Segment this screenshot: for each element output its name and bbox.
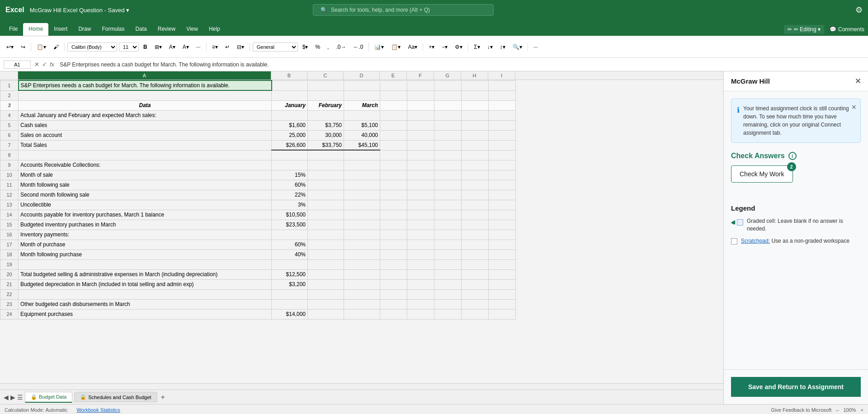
delete-cells-button[interactable]: −▾ <box>439 43 450 51</box>
panel-close-button[interactable]: ✕ <box>855 77 861 85</box>
scratchpad-link[interactable]: Scratchpad: <box>741 238 770 244</box>
cell-c13[interactable] <box>308 200 344 210</box>
cell-e17[interactable] <box>380 240 407 249</box>
cell-f13[interactable] <box>407 200 434 210</box>
cell-g11[interactable] <box>434 180 462 190</box>
cell-b11[interactable]: 60% <box>272 180 308 190</box>
cell-c10[interactable] <box>308 170 344 180</box>
cell-h11[interactable] <box>462 180 489 190</box>
cell-g5[interactable] <box>434 120 462 130</box>
cell-b21[interactable]: $3,200 <box>272 279 308 289</box>
col-header-i[interactable]: I <box>488 71 515 80</box>
cell-e12[interactable] <box>380 190 407 200</box>
cell-a4[interactable]: Actual January and February and expected… <box>19 110 272 120</box>
cell-h18[interactable] <box>462 249 489 259</box>
cell-h13[interactable] <box>462 200 489 210</box>
cell-d6[interactable]: 40,000 <box>344 130 380 140</box>
cell-f17[interactable] <box>407 240 434 249</box>
col-header-g[interactable]: G <box>434 71 461 80</box>
cell-b4[interactable] <box>272 110 308 120</box>
insert-cells-button[interactable]: +▾ <box>426 43 437 51</box>
cell-c8[interactable] <box>308 150 344 160</box>
cell-e9[interactable] <box>380 160 407 170</box>
col-header-c[interactable]: C <box>307 71 344 80</box>
cell-f9[interactable] <box>407 160 434 170</box>
cell-c1[interactable] <box>308 80 344 90</box>
cell-c12[interactable] <box>308 190 344 200</box>
cell-a16[interactable]: Inventory payments: <box>19 230 272 240</box>
bold-button[interactable]: B <box>141 43 150 51</box>
cell-i4[interactable] <box>489 110 516 120</box>
info-banner-close[interactable]: ✕ <box>851 103 857 112</box>
cell-a18[interactable]: Month following purchase <box>19 249 272 259</box>
cell-a9[interactable]: Accounts Receivable Collections: <box>19 160 272 170</box>
cell-e6[interactable] <box>380 130 407 140</box>
cell-b16[interactable] <box>272 230 308 240</box>
cell-e1[interactable] <box>380 80 407 90</box>
cell-d21[interactable] <box>344 279 380 289</box>
cell-f14[interactable] <box>407 210 434 220</box>
cell-g9[interactable] <box>434 160 462 170</box>
cell-f1[interactable] <box>407 80 434 90</box>
decimal-up-button[interactable]: .0→ <box>333 43 349 51</box>
fill-button[interactable]: ↓▾ <box>485 43 495 51</box>
cell-h22[interactable] <box>462 289 489 299</box>
add-sheet-button[interactable]: + <box>161 393 165 401</box>
cell-d24[interactable] <box>344 309 380 319</box>
cell-c17[interactable] <box>308 240 344 249</box>
cell-reference-input[interactable] <box>4 61 31 69</box>
font-color-button[interactable]: A▾ <box>180 43 192 51</box>
cell-h10[interactable] <box>462 170 489 180</box>
cell-f22[interactable] <box>407 289 434 299</box>
cell-h23[interactable] <box>462 299 489 309</box>
cell-d16[interactable] <box>344 230 380 240</box>
cell-d9[interactable] <box>344 160 380 170</box>
cell-g12[interactable] <box>434 190 462 200</box>
cell-g21[interactable] <box>434 279 462 289</box>
border-button[interactable]: ⊞▾ <box>152 43 165 51</box>
col-header-f[interactable]: F <box>407 71 434 80</box>
cell-a20[interactable]: Total budgeted selling & administrative … <box>19 269 272 279</box>
cell-f12[interactable] <box>407 190 434 200</box>
cell-b13[interactable]: 3% <box>272 200 308 210</box>
paintbrush-button[interactable]: 🖌 <box>51 43 61 51</box>
comments-button[interactable]: 💬 Comments <box>830 26 864 33</box>
font-selector[interactable]: Calibri (Body) <box>67 42 117 52</box>
cell-e19[interactable] <box>380 259 407 269</box>
cell-i8[interactable] <box>489 150 516 160</box>
more-font-button[interactable]: ··· <box>193 43 203 51</box>
tab-view[interactable]: View <box>181 23 203 36</box>
cell-i16[interactable] <box>489 230 516 240</box>
cell-g6[interactable] <box>434 130 462 140</box>
cell-d20[interactable] <box>344 269 380 279</box>
tab-data[interactable]: Data <box>130 23 152 36</box>
cell-e14[interactable] <box>380 210 407 220</box>
cell-c16[interactable] <box>308 230 344 240</box>
cell-e8[interactable] <box>380 150 407 160</box>
format-cells-button[interactable]: ⚙▾ <box>452 43 465 51</box>
cell-e3[interactable] <box>380 100 407 110</box>
cell-d17[interactable] <box>344 240 380 249</box>
cond-format-button[interactable]: 📊▾ <box>372 43 387 51</box>
cell-i13[interactable] <box>489 200 516 210</box>
cell-d5[interactable]: $5,100 <box>344 120 380 130</box>
cell-h16[interactable] <box>462 230 489 240</box>
cell-f21[interactable] <box>407 279 434 289</box>
cell-i12[interactable] <box>489 190 516 200</box>
horizontal-scrollbar[interactable] <box>0 383 723 390</box>
fx-icon[interactable]: fx <box>50 61 54 68</box>
cell-i17[interactable] <box>489 240 516 249</box>
sheet-nav-menu[interactable]: ☰ <box>17 394 23 401</box>
cell-i21[interactable] <box>489 279 516 289</box>
cell-i1[interactable] <box>489 80 516 90</box>
cell-h14[interactable] <box>462 210 489 220</box>
cell-d22[interactable] <box>344 289 380 299</box>
cell-c11[interactable] <box>308 180 344 190</box>
cell-a14[interactable]: Accounts payable for inventory purchases… <box>19 210 272 220</box>
sheet-tab-schedules[interactable]: 🔒 Schedules and Cash Budget <box>74 392 157 402</box>
cell-b18[interactable]: 40% <box>272 249 308 259</box>
cell-e22[interactable] <box>380 289 407 299</box>
undo-button[interactable]: ↩▾ <box>4 43 16 51</box>
cell-a24[interactable]: Equipment purchases <box>19 309 272 319</box>
cell-c5[interactable]: $3,750 <box>308 120 344 130</box>
